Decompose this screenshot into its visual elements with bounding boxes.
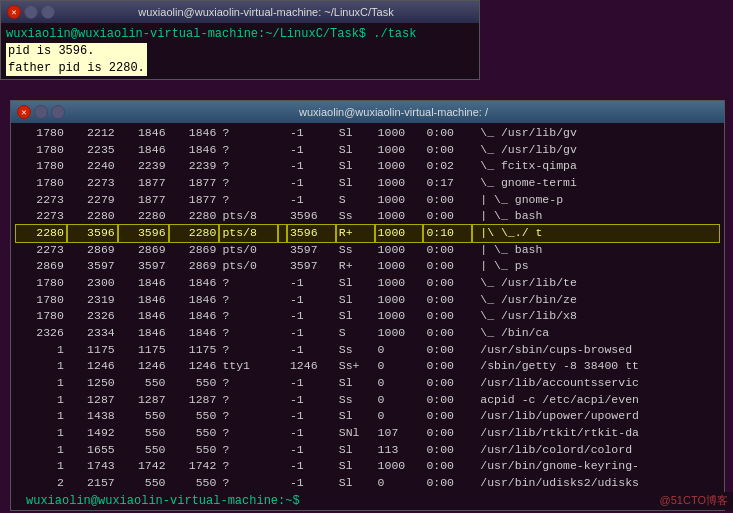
col-2: ? xyxy=(219,292,278,309)
col-4: -1 xyxy=(287,292,336,309)
col-6: 0 xyxy=(375,392,424,409)
col-8: /usr/lib/colord/colord xyxy=(472,442,719,459)
col-8: | \_ bash xyxy=(472,242,719,259)
close-button[interactable]: ✕ xyxy=(7,5,21,19)
col-pid: 2334 xyxy=(67,325,118,342)
task-output-highlight: pid is 3596. father pid is 2280. xyxy=(6,43,147,77)
table-row: 2273227918771877?-1S10000:00| \_ gnome-p xyxy=(16,192,719,209)
col-pid: 2212 xyxy=(67,125,118,142)
col-1: 1846 xyxy=(169,308,220,325)
ps-table: 1780221218461846?-1Sl10000:00\_ /usr/lib… xyxy=(16,125,719,508)
col-4: 1246 xyxy=(287,358,336,375)
col-8: /sbin/getty -8 38400 tt xyxy=(472,358,719,375)
col-ppid: 1 xyxy=(16,408,67,425)
col-6: 1000 xyxy=(375,292,424,309)
col-5: Ss+ xyxy=(336,358,375,375)
table-row: 11250550550?-1Sl00:00/usr/lib/accountsse… xyxy=(16,375,719,392)
main-close-button[interactable]: ✕ xyxy=(17,105,31,119)
table-row: 1780223518461846?-1Sl10000:00\_ /usr/lib… xyxy=(16,142,719,159)
col-0: 550 xyxy=(118,375,169,392)
col-5: S xyxy=(336,192,375,209)
col-0: 3596 xyxy=(118,225,169,242)
main-maximize-button[interactable] xyxy=(51,105,65,119)
maximize-button[interactable] xyxy=(41,5,55,19)
col-pid: 1492 xyxy=(67,425,118,442)
col-3 xyxy=(278,242,287,259)
col-0: 1846 xyxy=(118,292,169,309)
col-2: pts/0 xyxy=(219,258,278,275)
col-6: 0 xyxy=(375,342,424,359)
col-6: 1000 xyxy=(375,275,424,292)
col-8: /usr/lib/rtkit/rtkit-da xyxy=(472,425,719,442)
col-4: 3597 xyxy=(287,242,336,259)
col-pid: 1655 xyxy=(67,442,118,459)
col-7: 0:00 xyxy=(423,475,472,492)
col-7: 0:00 xyxy=(423,442,472,459)
col-ppid: 1 xyxy=(16,442,67,459)
col-6: 1000 xyxy=(375,308,424,325)
table-row: 1780227318771877?-1Sl10000:17\_ gnome-te… xyxy=(16,175,719,192)
col-1: 2280 xyxy=(169,208,220,225)
col-5: Sl xyxy=(336,408,375,425)
bottom-prompt: wuxiaolin@wuxiaolin-virtual-machine:~$ xyxy=(21,492,733,510)
task-output: pid is 3596. father pid is 2280. xyxy=(6,43,474,77)
col-2: ? xyxy=(219,325,278,342)
col-8: \_ /usr/lib/te xyxy=(472,275,719,292)
col-3 xyxy=(278,442,287,459)
col-3 xyxy=(278,458,287,475)
col-1: 1846 xyxy=(169,125,220,142)
col-ppid: 2869 xyxy=(16,258,67,275)
col-6: 1000 xyxy=(375,158,424,175)
col-0: 2869 xyxy=(118,242,169,259)
col-ppid: 2273 xyxy=(16,208,67,225)
col-pid: 2869 xyxy=(67,242,118,259)
col-7: 0:00 xyxy=(423,275,472,292)
col-3 xyxy=(278,358,287,375)
col-0: 1175 xyxy=(118,342,169,359)
col-0: 1846 xyxy=(118,142,169,159)
col-0: 1846 xyxy=(118,125,169,142)
col-5: Sl xyxy=(336,292,375,309)
col-2: ? xyxy=(219,442,278,459)
task-window-title: wuxiaolin@wuxiaolin-virtual-machine: ~/L… xyxy=(59,6,473,18)
col-6: 107 xyxy=(375,425,424,442)
col-ppid: 1780 xyxy=(16,142,67,159)
col-8: |\ \_./ t xyxy=(472,225,719,242)
col-6: 1000 xyxy=(375,192,424,209)
col-pid: 2157 xyxy=(67,475,118,492)
col-2: ? xyxy=(219,175,278,192)
col-7: 0:00 xyxy=(423,208,472,225)
col-pid: 2300 xyxy=(67,275,118,292)
col-0: 1877 xyxy=(118,175,169,192)
col-0: 550 xyxy=(118,475,169,492)
table-row: 1780224022392239?-1Sl10000:02\_ fcitx-qi… xyxy=(16,158,719,175)
col-8: \_ /usr/lib/gv xyxy=(472,142,719,159)
col-1: 1877 xyxy=(169,175,220,192)
col-pid: 2235 xyxy=(67,142,118,159)
minimize-button[interactable] xyxy=(24,5,38,19)
main-window-title: wuxiaolin@wuxiaolin-virtual-machine: / xyxy=(69,106,718,118)
col-ppid: 1780 xyxy=(16,308,67,325)
col-7: 0:10 xyxy=(423,225,472,242)
col-ppid: 2326 xyxy=(16,325,67,342)
col-ppid: 1780 xyxy=(16,175,67,192)
col-6: 1000 xyxy=(375,242,424,259)
col-1: 1877 xyxy=(169,192,220,209)
table-row: 1124612461246tty11246Ss+00:00/sbin/getty… xyxy=(16,358,719,375)
main-minimize-button[interactable] xyxy=(34,105,48,119)
col-pid: 3597 xyxy=(67,258,118,275)
col-pid: 1175 xyxy=(67,342,118,359)
col-7: 0:00 xyxy=(423,142,472,159)
col-5: Sl xyxy=(336,275,375,292)
table-row: 2869359735972869pts/03597R+10000:00| \_ … xyxy=(16,258,719,275)
col-ppid: 2280 xyxy=(16,225,67,242)
col-1: 550 xyxy=(169,375,220,392)
task-cmd-line: wuxiaolin@wuxiaolin-virtual-machine:~/Li… xyxy=(6,26,474,43)
col-5: R+ xyxy=(336,258,375,275)
col-5: SNl xyxy=(336,425,375,442)
col-5: S xyxy=(336,325,375,342)
col-5: Sl xyxy=(336,375,375,392)
col-2: ? xyxy=(219,308,278,325)
col-4: 3597 xyxy=(287,258,336,275)
col-7: 0:00 xyxy=(423,292,472,309)
